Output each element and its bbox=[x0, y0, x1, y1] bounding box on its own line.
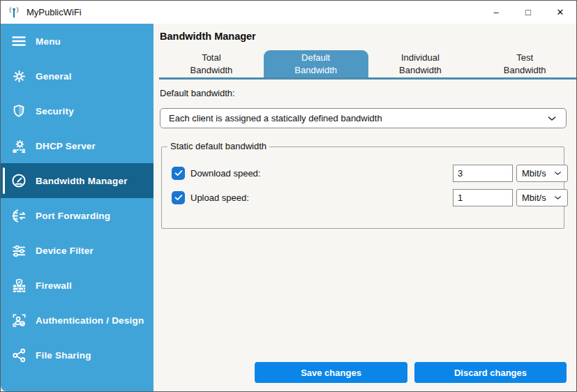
upload-speed-unit-select[interactable]: Mbit/s bbox=[516, 189, 568, 206]
sidebar-item-port-forwarding[interactable]: Port Forwarding bbox=[1, 198, 153, 233]
app-window: MyPublicWiFi – □ ✕ Menu General Security bbox=[0, 0, 577, 392]
save-changes-button[interactable]: Save changes bbox=[255, 362, 407, 383]
discard-changes-button[interactable]: Discard changes bbox=[414, 362, 567, 383]
tab-total-bandwidth[interactable]: Total Bandwidth bbox=[159, 50, 264, 77]
sidebar: Menu General Security DHCP Server Bandwi bbox=[1, 24, 153, 391]
static-default-bandwidth-group: Static default bandwidth Download speed:… bbox=[161, 146, 564, 229]
window-controls: – □ ✕ bbox=[480, 1, 576, 24]
speedometer-icon bbox=[10, 172, 27, 189]
tab-default-bandwidth[interactable]: Default Bandwidth bbox=[264, 50, 368, 77]
upload-speed-unit-value: Mbit/s bbox=[522, 193, 546, 203]
sidebar-item-label: Port Forwarding bbox=[36, 211, 110, 221]
upload-speed-label: Upload speed: bbox=[190, 193, 249, 203]
maximize-button[interactable]: □ bbox=[512, 1, 544, 24]
main-content: Bandwidth Manager Total Bandwidth Defaul… bbox=[153, 24, 576, 391]
sidebar-item-label: Bandwidth Manager bbox=[36, 176, 128, 186]
sidebar-item-label: Device Filter bbox=[36, 246, 93, 256]
sidebar-item-authentication-design[interactable]: Authentication / Design bbox=[1, 303, 153, 338]
port-forwarding-icon bbox=[10, 207, 27, 224]
tab-label-line: Test bbox=[516, 52, 533, 64]
sidebar-item-label: Firewall bbox=[36, 280, 72, 291]
tab-label-line: Individual bbox=[401, 52, 440, 64]
sidebar-item-label: General bbox=[36, 71, 72, 82]
sidebar-item-label: DHCP Server bbox=[36, 141, 96, 151]
window-title: MyPublicWiFi bbox=[27, 7, 82, 17]
sidebar-item-firewall[interactable]: Firewall bbox=[1, 268, 153, 303]
tab-label-line: Bandwidth bbox=[294, 64, 337, 77]
sidebar-item-file-sharing[interactable]: File Sharing bbox=[1, 338, 153, 372]
tab-underline bbox=[159, 77, 577, 80]
tab-label-line: Bandwidth bbox=[504, 64, 546, 77]
sidebar-item-menu[interactable]: Menu bbox=[1, 24, 153, 59]
close-button[interactable]: ✕ bbox=[544, 1, 576, 24]
upload-speed-row: Upload speed: Mbit/s bbox=[172, 188, 554, 206]
tab-label-line: Default bbox=[301, 52, 330, 64]
dhcp-server-icon bbox=[10, 137, 27, 154]
tab-individual-bandwidth[interactable]: Individual Bandwidth bbox=[368, 50, 473, 77]
firewall-icon bbox=[10, 277, 27, 294]
default-bandwidth-label: Default bandwidth: bbox=[160, 88, 235, 98]
download-speed-row: Download speed: Mbit/s bbox=[172, 164, 554, 182]
shield-icon bbox=[10, 103, 27, 119]
upload-speed-checkbox[interactable] bbox=[172, 191, 185, 204]
sidebar-item-security[interactable]: Security bbox=[1, 93, 153, 128]
chevron-down-icon bbox=[553, 169, 562, 178]
page-title: Bandwidth Manager bbox=[160, 31, 256, 42]
download-speed-checkbox[interactable] bbox=[172, 167, 185, 180]
download-speed-unit-select[interactable]: Mbit/s bbox=[516, 165, 568, 182]
download-speed-input[interactable] bbox=[453, 165, 513, 182]
sidebar-item-bandwidth-manager[interactable]: Bandwidth Manager bbox=[1, 163, 153, 198]
chevron-down-icon bbox=[546, 113, 557, 124]
chevron-down-icon bbox=[553, 193, 562, 202]
sidebar-item-dhcp-server[interactable]: DHCP Server bbox=[1, 128, 153, 163]
sidebar-item-device-filter[interactable]: Device Filter bbox=[1, 233, 153, 268]
download-speed-unit-value: Mbit/s bbox=[522, 168, 546, 179]
sidebar-item-label: Menu bbox=[36, 36, 61, 47]
share-icon bbox=[10, 347, 27, 363]
minimize-button[interactable]: – bbox=[480, 1, 512, 24]
download-speed-label: Download speed: bbox=[190, 168, 260, 179]
sidebar-item-general[interactable]: General bbox=[1, 59, 153, 93]
wifi-antenna-icon bbox=[7, 6, 21, 20]
sidebar-item-label: Security bbox=[36, 106, 74, 116]
title-bar: MyPublicWiFi – □ ✕ bbox=[1, 1, 576, 24]
default-bandwidth-selected-option: Each client is assigned a statically def… bbox=[169, 113, 382, 123]
authentication-icon bbox=[10, 312, 27, 329]
sliders-icon bbox=[10, 242, 27, 259]
tab-test-bandwidth[interactable]: Test Bandwidth bbox=[472, 50, 577, 77]
menu-icon bbox=[10, 33, 27, 50]
tab-label-line: Bandwidth bbox=[399, 64, 442, 77]
upload-speed-input[interactable] bbox=[453, 189, 513, 206]
tab-bar: Total Bandwidth Default Bandwidth Indivi… bbox=[159, 50, 577, 77]
sidebar-item-label: File Sharing bbox=[36, 350, 91, 361]
gear-icon bbox=[10, 68, 27, 84]
groupbox-legend: Static default bandwidth bbox=[167, 141, 269, 151]
default-bandwidth-select[interactable]: Each client is assigned a statically def… bbox=[160, 108, 567, 128]
tab-label-line: Bandwidth bbox=[190, 64, 233, 77]
sidebar-item-label: Authentication / Design bbox=[36, 315, 144, 326]
tab-label-line: Total bbox=[202, 52, 220, 64]
